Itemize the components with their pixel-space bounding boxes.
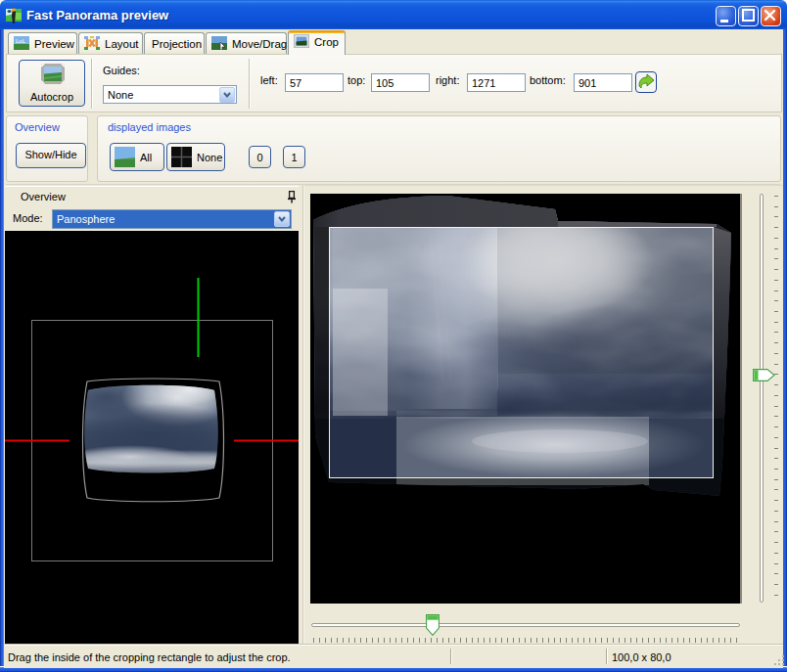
svg-text:LoL: LoL — [16, 38, 26, 44]
